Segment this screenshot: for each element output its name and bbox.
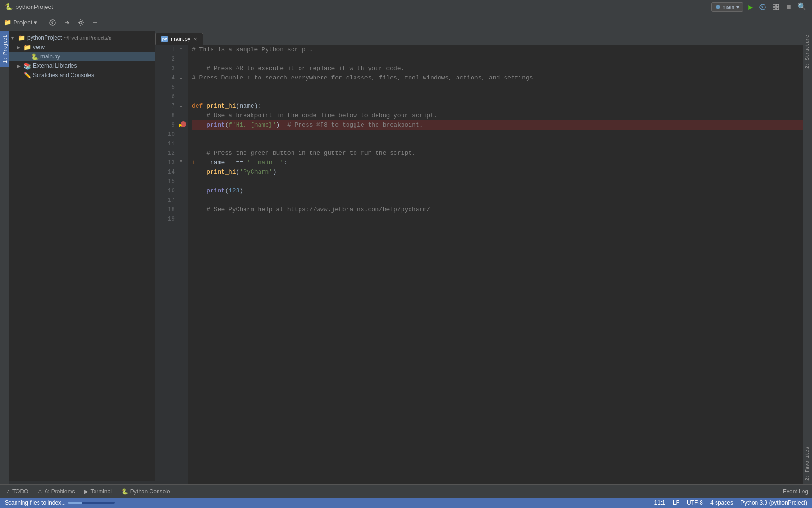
vertical-tab-project[interactable]: 1: Project — [0, 31, 9, 67]
code-line-18: # See PyCharm help at https://www.jetbra… — [192, 205, 803, 214]
line-num-7: 7 — [155, 102, 175, 111]
progress-fill — [68, 502, 82, 504]
gutter: ⊟ ⊟ ⊟ ▶ ⊟ ⊟ — [179, 45, 188, 484]
folder-icon: 📁 — [4, 19, 11, 26]
navigate-forward-button[interactable] — [61, 17, 72, 28]
ext-lib-label: External Libraries — [33, 63, 77, 69]
coverage-button[interactable] — [771, 2, 780, 12]
mainpy-arrow — [24, 54, 31, 59]
venv-folder-icon: 📁 — [24, 43, 31, 51]
tree-main-py[interactable]: 🐍 main.py — [9, 52, 155, 61]
code-line-15 — [192, 177, 803, 186]
search-button[interactable]: 🔍 — [796, 1, 807, 12]
line-num-12: 12 — [155, 149, 175, 158]
fold-marker-13[interactable]: ⊟ — [180, 159, 182, 165]
project-root-label: pythonProject — [27, 34, 62, 41]
tab-close-button[interactable]: × — [193, 36, 197, 42]
line-num-15: 15 — [155, 177, 175, 186]
line-num-5: 5 — [155, 83, 175, 92]
event-log-link[interactable]: Event Log — [783, 488, 808, 495]
bottom-bar: ✓ TODO ⚠ 6: Problems ▶ Terminal 🐍 Python… — [0, 484, 812, 498]
line-num-8: 8 — [155, 111, 175, 120]
project-selector[interactable]: 📁 Project ▾ — [4, 19, 37, 26]
python-console-icon: 🐍 — [121, 488, 128, 495]
tree-arrow: ▾ — [11, 35, 18, 40]
line-num-4: 4 — [155, 73, 175, 83]
line-16-print: print — [206, 186, 225, 196]
line-14-p2: ) — [273, 167, 276, 177]
tree-venv[interactable]: ▶ 📁 venv — [9, 42, 155, 52]
stop-button[interactable]: ⏹ — [784, 2, 793, 12]
code-line-2 — [192, 55, 803, 64]
line-num-1: 1 — [155, 45, 175, 55]
scratches-arrow — [17, 73, 24, 78]
todo-tab[interactable]: ✓ TODO — [4, 488, 30, 495]
line-ending[interactable]: LF — [673, 500, 679, 506]
interpreter-label[interactable]: Python 3.9 (pythonProject) — [741, 500, 807, 506]
terminal-tab[interactable]: ▶ Terminal — [82, 488, 113, 495]
code-content[interactable]: # This is a sample Python script. # Pres… — [188, 45, 803, 484]
line-14-str: 'PyCharm' — [239, 167, 272, 177]
line-16-p1: ( — [225, 186, 229, 196]
scanning-text: Scanning files to index... — [5, 500, 66, 506]
svg-point-7 — [80, 21, 82, 24]
todo-label: TODO — [12, 488, 28, 495]
editor-area: py main.py × 1 2 3 4 5 6 7 8 9 10 11 12 … — [155, 31, 803, 484]
navigate-back-button[interactable] — [47, 17, 58, 28]
problems-label: 6: Problems — [45, 488, 75, 495]
project-panel: ▾ 📁 pythonProject ~/PycharmProjects/p ▶ … — [9, 31, 155, 484]
line-num-9: 9 — [155, 120, 175, 130]
line-num-14: 14 — [155, 167, 175, 177]
line-14-indent — [192, 167, 206, 177]
problems-tab[interactable]: ⚠ 6: Problems — [36, 488, 77, 495]
line-9-print: print — [206, 120, 225, 130]
todo-icon: ✓ — [6, 488, 10, 495]
editor-tab-main-py[interactable]: py main.py × — [155, 33, 203, 45]
tree-root[interactable]: ▾ 📁 pythonProject ~/PycharmProjects/p — [9, 33, 155, 42]
main-toolbar: 📁 Project ▾ — [0, 14, 812, 31]
line-13-colon: : — [284, 158, 287, 167]
line-num-3: 3 — [155, 64, 175, 73]
code-line-8: # Use a breakpoint in the code line belo… — [192, 111, 803, 120]
line-7-param: name — [239, 102, 254, 111]
run-button[interactable]: ▶ — [747, 1, 754, 13]
mainpy-icon: 🐍 — [31, 53, 39, 60]
settings-button[interactable] — [75, 17, 87, 28]
collapse-button[interactable] — [89, 17, 101, 28]
indent-setting[interactable]: 4 spaces — [710, 500, 733, 506]
tree-external-libraries[interactable]: ▶ 📚 External Libraries — [9, 61, 155, 71]
vertical-left-tabs: 1: Project — [0, 31, 9, 484]
line-num-6: 6 — [155, 92, 175, 102]
fold-marker-4[interactable]: ⊟ — [180, 74, 182, 80]
fold-marker-1[interactable]: ⊟ — [180, 46, 182, 52]
content-area: 1: Project ▾ 📁 pythonProject ~/PycharmPr… — [0, 31, 812, 484]
line-16-indent — [192, 186, 206, 196]
vertical-tab-favorites[interactable]: 2: Favorites — [804, 443, 811, 484]
tree-scratches[interactable]: ✏️ Scratches and Consoles — [9, 71, 155, 80]
fold-marker-7[interactable]: ⊟ — [180, 103, 182, 108]
title-bar-right: main ▾ ▶ ⏹ 🔍 — [711, 1, 807, 13]
encoding[interactable]: UTF-8 — [687, 500, 703, 506]
python-console-label: Python Console — [130, 488, 170, 495]
line-14-p1: ( — [236, 167, 240, 177]
mainpy-label: main.py — [40, 53, 60, 60]
line-1-text: # This is a sample Python script. — [192, 45, 313, 55]
fold-marker-16[interactable]: ⊟ — [180, 187, 182, 193]
project-tree: ▾ 📁 pythonProject ~/PycharmProjects/p ▶ … — [9, 31, 155, 481]
vertical-tab-structure[interactable]: 2: Structure — [804, 31, 811, 72]
venv-arrow: ▶ — [17, 45, 24, 50]
title-bar: 🐍 pythonProject main ▾ ▶ ⏹ 🔍 — [0, 0, 812, 14]
project-panel-scrollbar[interactable] — [9, 481, 155, 484]
cursor-position[interactable]: 11:1 — [654, 500, 665, 506]
line-3-text: # Press ^R to execute it or replace it w… — [192, 64, 404, 73]
terminal-label: Terminal — [90, 488, 111, 495]
python-console-tab[interactable]: 🐍 Python Console — [119, 488, 172, 495]
code-line-10 — [192, 130, 803, 139]
line-7-def: def — [192, 102, 206, 111]
svg-point-5 — [50, 20, 55, 25]
debug-button[interactable] — [758, 2, 767, 12]
status-right: 11:1 LF UTF-8 4 spaces Python 3.9 (pytho… — [654, 500, 807, 506]
svg-rect-4 — [776, 8, 779, 10]
venv-label: venv — [33, 44, 45, 50]
run-config-selector[interactable]: main ▾ — [711, 2, 743, 12]
